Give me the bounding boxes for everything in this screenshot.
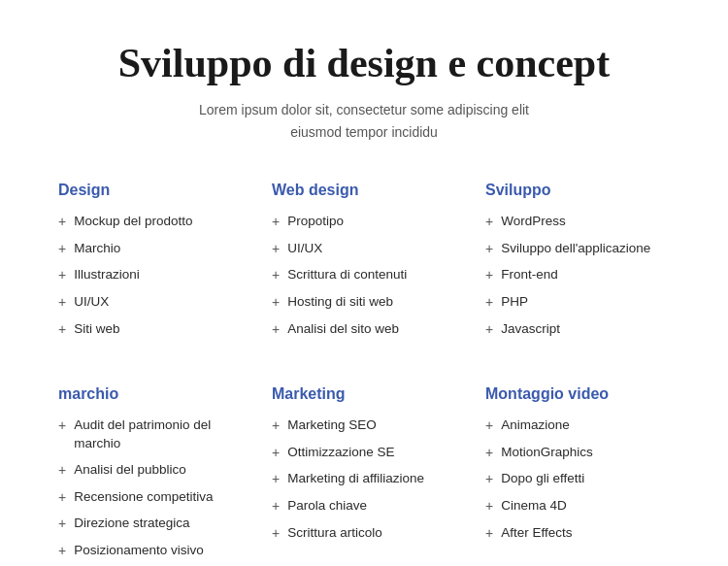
list-item-text: PHP xyxy=(501,293,528,312)
plus-icon: + xyxy=(272,293,280,313)
list-item-text: Marchio xyxy=(74,240,120,258)
plus-icon: + xyxy=(272,213,280,232)
header: Sviluppo di design e concept Lorem ipsum… xyxy=(58,39,670,143)
category-sviluppo: Sviluppo+WordPress+Sviluppo dell'applica… xyxy=(485,182,670,347)
list-item-text: Audit del patrimonio del marchio xyxy=(74,416,243,453)
list-item: +Mockup del prodotto xyxy=(58,213,243,232)
list-item: +Javascript xyxy=(485,320,670,340)
plus-icon: + xyxy=(58,293,66,313)
list-item: +Marketing di affiliazione xyxy=(272,470,456,489)
plus-icon: + xyxy=(58,515,66,534)
list-item-text: MotionGraphics xyxy=(501,444,593,462)
plus-icon: + xyxy=(272,320,280,340)
list-item: +Propotipo xyxy=(272,213,456,232)
category-list-montaggio-video: +Animazione+MotionGraphics+Dopo gli effe… xyxy=(485,416,670,543)
list-item-text: Propotipo xyxy=(287,213,344,231)
list-item-text: After Effects xyxy=(501,524,572,543)
plus-icon: + xyxy=(485,293,493,313)
list-item: +Parola chiave xyxy=(272,497,456,516)
list-item: +UI/UX xyxy=(272,240,456,259)
plus-icon: + xyxy=(485,497,493,516)
list-item: +Hosting di siti web xyxy=(272,293,456,313)
list-item-text: Front-end xyxy=(501,266,558,284)
list-item: +Analisi del pubblico xyxy=(58,461,243,481)
plus-icon: + xyxy=(272,444,280,463)
category-title-montaggio-video: Montaggio video xyxy=(485,385,670,403)
category-list-marchio: +Audit del patrimonio del marchio+Analis… xyxy=(58,416,243,560)
list-item: +Front-end xyxy=(485,266,670,285)
list-item: +Cinema 4D xyxy=(485,497,670,516)
list-item-text: Analisi del pubblico xyxy=(74,461,186,480)
list-item: +WordPress xyxy=(485,213,670,232)
plus-icon: + xyxy=(272,416,280,436)
list-item: +Dopo gli effetti xyxy=(485,470,670,489)
list-item: +Posizionamento visivo xyxy=(58,542,243,561)
plus-icon: + xyxy=(485,416,493,436)
list-item: +Marchio xyxy=(58,240,243,259)
list-item-text: UI/UX xyxy=(74,293,109,312)
plus-icon: + xyxy=(485,213,493,232)
list-item: +UI/UX xyxy=(58,293,243,313)
list-item: +After Effects xyxy=(485,524,670,544)
plus-icon: + xyxy=(58,213,66,232)
list-item-text: UI/UX xyxy=(287,240,322,258)
subtitle-line1: Lorem ipsum dolor sit, consectetur some … xyxy=(199,102,529,117)
list-item-text: Marketing di affiliazione xyxy=(287,470,424,488)
list-item: +Analisi del sito web xyxy=(272,320,456,340)
category-title-design: Design xyxy=(58,182,243,199)
list-item: +Illustrazioni xyxy=(58,266,243,285)
list-item: +Direzione strategica xyxy=(58,515,243,534)
list-item-text: Siti web xyxy=(74,320,119,339)
list-item-text: Parola chiave xyxy=(287,497,367,516)
list-item-text: WordPress xyxy=(501,213,566,231)
plus-icon: + xyxy=(272,497,280,516)
plus-icon: + xyxy=(58,461,66,481)
plus-icon: + xyxy=(58,266,66,285)
plus-icon: + xyxy=(272,266,280,285)
plus-icon: + xyxy=(58,416,66,436)
category-list-marketing: +Marketing SEO+Ottimizzazione SE+Marketi… xyxy=(272,416,456,543)
page-container: Sviluppo di design e concept Lorem ipsum… xyxy=(0,0,728,566)
list-item-text: Direzione strategica xyxy=(74,515,189,533)
list-item: +MotionGraphics xyxy=(485,444,670,463)
list-item: +Scrittura di contenuti xyxy=(272,266,456,285)
category-list-web-design: +Propotipo+UI/UX+Scrittura di contenuti+… xyxy=(272,213,456,339)
subtitle: Lorem ipsum dolor sit, consectetur some … xyxy=(58,99,670,143)
list-item: +Recensione competitiva xyxy=(58,488,243,508)
plus-icon: + xyxy=(485,240,493,259)
subtitle-line2: eiusmod tempor incididu xyxy=(290,124,438,140)
list-item-text: Analisi del sito web xyxy=(287,320,399,339)
list-item-text: Ottimizzazione SE xyxy=(287,444,394,462)
plus-icon: + xyxy=(485,444,493,463)
categories-grid: Design+Mockup del prodotto+Marchio+Illus… xyxy=(58,182,670,566)
list-item-text: Sviluppo dell'applicazione xyxy=(501,240,650,258)
plus-icon: + xyxy=(272,240,280,259)
list-item-text: Mockup del prodotto xyxy=(74,213,192,231)
list-item: +Marketing SEO xyxy=(272,416,456,436)
list-item-text: Scrittura articolo xyxy=(287,524,382,543)
category-title-marchio: marchio xyxy=(58,385,243,403)
list-item: +PHP xyxy=(485,293,670,313)
category-title-sviluppo: Sviluppo xyxy=(485,182,670,199)
plus-icon: + xyxy=(485,266,493,285)
list-item-text: Scrittura di contenuti xyxy=(287,266,407,284)
plus-icon: + xyxy=(272,524,280,544)
plus-icon: + xyxy=(485,320,493,340)
main-title: Sviluppo di design e concept xyxy=(58,39,670,87)
category-list-design: +Mockup del prodotto+Marchio+Illustrazio… xyxy=(58,213,243,339)
plus-icon: + xyxy=(58,240,66,259)
list-item: +Sviluppo dell'applicazione xyxy=(485,240,670,259)
category-marchio: marchio+Audit del patrimonio del marchio… xyxy=(58,385,243,566)
plus-icon: + xyxy=(58,542,66,561)
list-item-text: Dopo gli effetti xyxy=(501,470,584,488)
plus-icon: + xyxy=(485,470,493,489)
list-item-text: Marketing SEO xyxy=(287,416,377,435)
category-title-web-design: Web design xyxy=(272,182,456,199)
list-item-text: Recensione competitiva xyxy=(74,488,213,507)
list-item-text: Animazione xyxy=(501,416,570,435)
category-list-sviluppo: +WordPress+Sviluppo dell'applicazione+Fr… xyxy=(485,213,670,339)
plus-icon: + xyxy=(485,524,493,544)
list-item: +Animazione xyxy=(485,416,670,436)
list-item: +Audit del patrimonio del marchio xyxy=(58,416,243,453)
list-item-text: Illustrazioni xyxy=(74,266,140,284)
